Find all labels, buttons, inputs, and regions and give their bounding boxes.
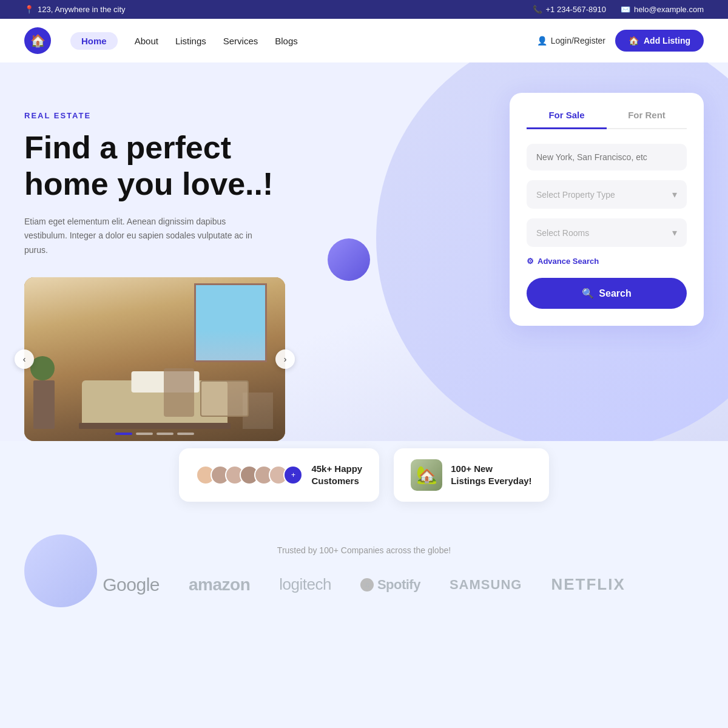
topbar: 📍 123, Anywhere in the city 📞 +1 234-567… <box>0 0 728 19</box>
hero-tag: REAL ESTATE <box>24 111 364 120</box>
location-input-wrap <box>527 144 687 170</box>
brand-logitech: logitech <box>279 575 331 594</box>
brand-netflix: NETFLIX <box>551 575 625 594</box>
topbar-phone[interactable]: 📞 +1 234-567-8910 <box>533 5 606 14</box>
customer-avatars: + <box>196 465 303 485</box>
advance-search-link[interactable]: ⚙ Advance Search <box>527 257 687 266</box>
rooms-label: Select Rooms <box>536 228 589 238</box>
rooms-select[interactable]: Select Rooms ▾ <box>527 218 687 247</box>
avatar-plus: + <box>283 465 303 485</box>
search-tabs: For Sale For Rent <box>527 110 687 129</box>
deco-circle-bottom <box>24 534 97 607</box>
nav-link-blogs[interactable]: Blogs <box>275 36 298 46</box>
user-icon: 👤 <box>537 36 547 46</box>
search-button[interactable]: 🔍 Search <box>527 278 687 309</box>
deco-circle-top <box>328 238 370 281</box>
chevron-down-icon-rooms: ▾ <box>672 227 677 238</box>
nav-link-listings[interactable]: Listings <box>175 36 206 46</box>
search-icon: 🔍 <box>582 288 594 299</box>
brand-spotify: ♫ Spotify <box>360 577 420 593</box>
tab-for-sale[interactable]: For Sale <box>527 110 607 129</box>
login-register-link[interactable]: 👤 Login/Register <box>537 36 605 46</box>
brand-samsung: SAMSUNG <box>450 577 522 593</box>
nav-link-about[interactable]: About <box>135 36 158 46</box>
email-icon: ✉️ <box>621 5 630 14</box>
add-listing-icon: 🏠 <box>629 36 639 46</box>
hero-left: REAL ESTATE Find a perfecthome you love.… <box>24 99 364 441</box>
slide-next-button[interactable]: › <box>275 349 295 369</box>
trusted-section: Trusted by 100+ Companies across the glo… <box>0 521 728 607</box>
nav-logo[interactable]: 🏠 <box>24 27 51 54</box>
hero-description: Etiam eget elementum elit. Aenean dignis… <box>24 215 255 258</box>
location-icon: 📍 <box>24 5 34 14</box>
navbar: 🏠 Home About Listings Services Blogs 👤 L… <box>0 19 728 62</box>
stat-listings-text: 100+ NewListings Everyday! <box>451 463 531 487</box>
nav-link-home[interactable]: Home <box>70 32 118 50</box>
phone-icon: 📞 <box>533 5 542 14</box>
chevron-down-icon: ▾ <box>672 189 677 200</box>
topbar-address: 📍 123, Anywhere in the city <box>24 5 126 14</box>
slide-prev-button[interactable]: ‹ <box>15 349 34 369</box>
trusted-label: Trusted by 100+ Companies across the glo… <box>24 545 704 555</box>
search-card: For Sale For Rent Select Property Type ▾… <box>510 93 704 326</box>
add-listing-button[interactable]: 🏠 Add Listing <box>615 30 704 52</box>
property-type-select[interactable]: Select Property Type ▾ <box>527 180 687 209</box>
stat-card-customers: + 45k+ HappyCustomers <box>179 448 379 502</box>
hero-section: REAL ESTATE Find a perfecthome you love.… <box>0 62 728 441</box>
property-type-label: Select Property Type <box>536 190 615 200</box>
listings-house-image: 🏡 <box>411 459 442 491</box>
hero-slideshow <box>24 277 285 441</box>
stat-customers-text: 45k+ HappyCustomers <box>311 463 362 487</box>
brand-amazon: amazon <box>189 575 250 595</box>
room-scene-image <box>24 277 285 441</box>
tab-for-rent[interactable]: For Rent <box>607 110 687 129</box>
topbar-email[interactable]: ✉️ helo@example.com <box>621 5 704 14</box>
nav-link-services[interactable]: Services <box>223 36 258 46</box>
brand-google: Google <box>103 575 160 595</box>
filter-icon: ⚙ <box>527 257 534 266</box>
brands-row: Google amazon logitech ♫ Spotify SAMSUNG… <box>24 575 704 595</box>
hero-title: Find a perfecthome you love..! <box>24 130 364 203</box>
stat-card-listings: 🏡 100+ NewListings Everyday! <box>394 448 548 502</box>
stats-bar: + 45k+ HappyCustomers 🏡 100+ NewListings… <box>0 429 728 521</box>
location-input[interactable] <box>536 152 677 162</box>
